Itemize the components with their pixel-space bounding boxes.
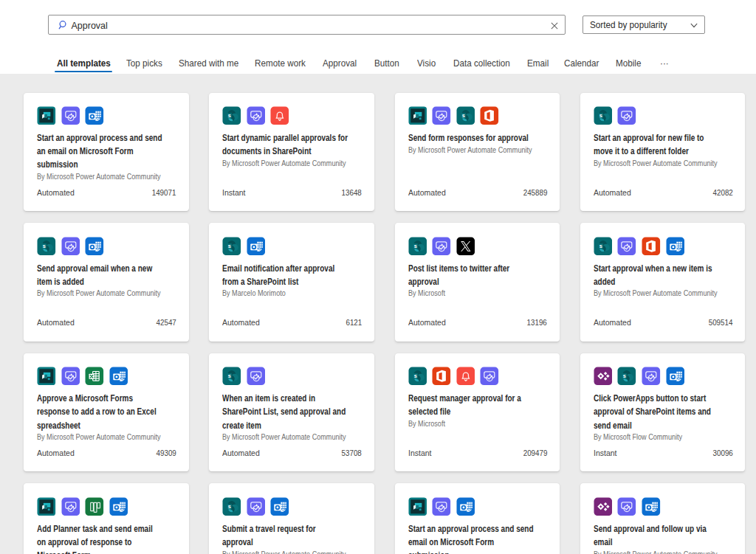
svg-text:s: s xyxy=(461,112,464,119)
svg-text:s: s xyxy=(43,243,46,249)
svg-text:s: s xyxy=(228,373,231,380)
svg-text:s: s xyxy=(413,373,416,380)
svg-text:s: s xyxy=(599,112,602,119)
svg-text:s: s xyxy=(599,243,602,249)
svg-text:s: s xyxy=(228,503,231,510)
svg-text:s: s xyxy=(623,373,626,380)
svg-text:s: s xyxy=(228,112,231,119)
svg-text:s: s xyxy=(413,243,416,249)
svg-text:s: s xyxy=(228,243,231,249)
